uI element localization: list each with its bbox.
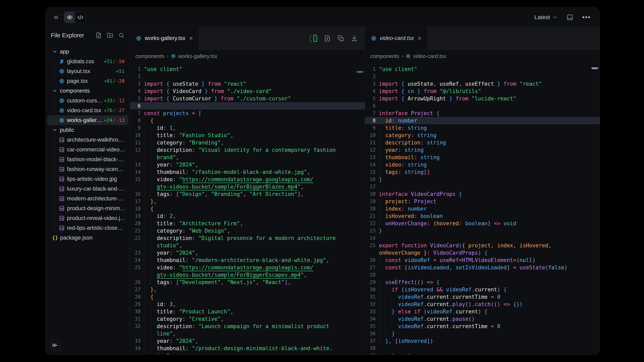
code-line[interactable]: 9 title: string xyxy=(365,124,600,132)
code-line[interactable]: 29 id: 3, xyxy=(130,301,365,308)
file-row-page.tsx[interactable]: page.tsx+81/-28 xyxy=(47,76,128,86)
code-line[interactable]: 5import { ArrowUpRight } from "lucide-re… xyxy=(365,95,600,102)
code-line[interactable]: 33 } else if (videoRef.current) { xyxy=(365,308,600,315)
code-line[interactable]: 16 tags: ["Design", "Branding", "Art Dir… xyxy=(130,190,365,198)
code-line[interactable]: line", xyxy=(130,330,365,337)
code-line[interactable]: 19 project: Project xyxy=(365,198,600,205)
code-area[interactable]: 1"use client"23import { useState } from … xyxy=(130,63,365,355)
code-line[interactable]: 27 const [isVideoLoaded, setIsVideoLoade… xyxy=(365,264,600,271)
code-line[interactable]: 39 return ( xyxy=(365,352,600,355)
download-button[interactable] xyxy=(351,35,358,42)
code-line[interactable]: 28 { xyxy=(130,293,365,301)
code-line[interactable]: 4import { VideoCard } from "./video-card… xyxy=(130,87,365,95)
code-line[interactable]: 29 useEffect(() => { xyxy=(365,279,600,286)
code-line[interactable]: 33 year: "2024", xyxy=(130,337,365,345)
scrollbar-marker[interactable] xyxy=(592,67,598,69)
code-line[interactable]: 26 const videoRef = useRef<HTMLVideoElem… xyxy=(365,257,600,264)
code-line[interactable]: 15 tags: string[] xyxy=(365,168,600,176)
code-line[interactable]: 7const projects = [ xyxy=(130,110,365,117)
code-line[interactable]: 2 xyxy=(130,73,365,80)
code-line[interactable]: 5import { CustomCursor } from "./custom-… xyxy=(130,95,365,102)
code-line[interactable]: 34 thumbnail: "/product-design-minimalis… xyxy=(130,345,365,352)
code-line[interactable]: 1"use client" xyxy=(130,65,365,73)
file-diff-button[interactable] xyxy=(324,35,330,42)
version-dropdown[interactable]: Latest xyxy=(534,14,558,20)
code-line[interactable]: 31 videoRef.current.currentTime = 0 xyxy=(365,293,600,301)
new-folder-button[interactable] xyxy=(107,32,113,38)
code-line[interactable]: 17 }, xyxy=(130,198,365,205)
folder-row-public[interactable]: public xyxy=(47,125,128,135)
file-row-custom-curs-[interactable]: custom-curs…+33/-12 xyxy=(47,96,128,105)
code-line[interactable]: 23 year: "2024", xyxy=(130,249,365,257)
code-line[interactable]: 36 } xyxy=(365,330,600,337)
code-line[interactable]: 6 xyxy=(365,102,600,110)
code-line[interactable]: 38 xyxy=(365,345,600,352)
file-row-modern-architecture-[interactable]: modern-architecture-… xyxy=(47,194,128,203)
file-row-lips-artistic-video.jpg[interactable]: lips-artistic-video.jpg xyxy=(47,174,128,184)
file-row-red-lips-artistic-close-[interactable]: red-lips-artistic-close… xyxy=(47,223,128,233)
code-line[interactable]: 22 description: "Digital presence for a … xyxy=(130,235,365,242)
code-line[interactable]: 12 description: "Visual identity for a c… xyxy=(130,146,365,154)
file-row-video-card.tsx[interactable]: video-card.tsx+76/-27 xyxy=(47,105,128,115)
code-line[interactable]: 2 xyxy=(365,73,600,80)
code-line[interactable]: 30 title: "Product Launch", xyxy=(130,308,365,315)
code-line[interactable]: 15 video: "https://commondatastorage.goo… xyxy=(130,176,365,183)
code-line[interactable]: 3import { useState } from "react" xyxy=(130,80,365,87)
code-line[interactable]: 20 index: number xyxy=(365,205,600,212)
code-toggle-button[interactable] xyxy=(75,12,86,23)
code-line[interactable]: 1"use client" xyxy=(365,65,600,73)
code-line[interactable]: 12 year: string xyxy=(365,146,600,154)
breadcrumb-file[interactable]: works-gallery.tsx xyxy=(178,53,218,59)
search-button[interactable] xyxy=(118,32,124,38)
code-line-current[interactable]: 8 id: number xyxy=(365,117,600,124)
file-row-layout.tsx[interactable]: layout.tsx+51 xyxy=(47,66,128,76)
copy-button[interactable] xyxy=(338,35,344,42)
code-line[interactable]: 24 thumbnail: "/modern-architecture-blac… xyxy=(130,257,365,264)
code-line-current[interactable]: 6 xyxy=(130,102,365,110)
code-line[interactable]: 34 videoRef.current.pause() xyxy=(365,315,600,323)
code-line[interactable]: jpg", xyxy=(130,352,365,355)
jump-to-start-button[interactable] xyxy=(50,340,61,351)
close-icon[interactable]: ✕ xyxy=(189,36,193,41)
code-line[interactable]: 24 xyxy=(365,235,600,242)
code-line[interactable]: 14 thumbnail: "/fashion-model-black-and-… xyxy=(130,168,365,176)
code-line[interactable]: 27 }, xyxy=(130,286,365,293)
code-line[interactable]: 7interface Project { xyxy=(365,110,600,117)
code-line[interactable]: gtv-videos-bucket/sample/ForBiggerEscape… xyxy=(130,271,365,279)
tab-video-card[interactable]: video-card.tsx ✕ xyxy=(365,27,428,49)
code-line[interactable]: 31 category: "Creative", xyxy=(130,315,365,323)
code-line[interactable]: 26 tags: ["Development", "Next.js", "Rea… xyxy=(130,279,365,286)
code-line[interactable]: 16} xyxy=(365,176,600,183)
code-line[interactable]: 28 xyxy=(365,271,600,279)
code-line[interactable]: 23} xyxy=(365,227,600,235)
collapse-sidebar-button[interactable] xyxy=(52,13,61,22)
breadcrumb-file[interactable]: video-card.tsx xyxy=(413,53,446,59)
code-line[interactable]: 10 title: "Fashion Studio", xyxy=(130,132,365,139)
file-row-globals.css[interactable]: #globals.css+51/-50 xyxy=(47,56,128,66)
split-diff-button[interactable] xyxy=(310,35,317,42)
breadcrumb-folder[interactable]: components xyxy=(370,53,400,59)
code-line[interactable]: 17 xyxy=(365,183,600,190)
file-row-fashion-runway-scen-[interactable]: fashion-runway-scen… xyxy=(47,164,128,174)
code-line[interactable]: gtv-videos-bucket/sample/ForBiggerBlazes… xyxy=(130,183,365,190)
file-row-product-design-minim-[interactable]: product-design-minim… xyxy=(47,203,128,213)
file-row-architecture-walkthro-[interactable]: architecture-walkthro… xyxy=(47,135,128,145)
code-line[interactable]: 11 category: "Branding", xyxy=(130,139,365,146)
code-line[interactable]: onHoverChange }: VideoCardProps) { xyxy=(365,249,600,257)
file-row-fashion-model-black-[interactable]: fashion-model-black-… xyxy=(47,154,128,164)
code-line[interactable]: 13 thumbnail: string xyxy=(365,154,600,161)
code-line[interactable]: 22 onHoverChange: (hovered: boolean) => … xyxy=(365,220,600,227)
file-row-package.json[interactable]: {}package.json xyxy=(47,233,128,243)
code-line[interactable]: 4import { cn } from "@/lib/utils" xyxy=(365,87,600,95)
tab-works-gallery[interactable]: works-gallery.tsx ✕ xyxy=(130,27,199,49)
new-file-button[interactable] xyxy=(96,32,102,38)
code-line[interactable]: 18interface VideoCardProps { xyxy=(365,190,600,198)
code-line[interactable]: 35 videoRef.current.currentTime = 0 xyxy=(365,323,600,330)
code-line[interactable]: 10 category: string xyxy=(365,132,600,139)
code-line[interactable]: 18 { xyxy=(130,205,365,212)
more-options-button[interactable]: ••• xyxy=(582,13,591,21)
file-row-works-galler-[interactable]: works-galler…+24/-13 xyxy=(47,115,128,125)
code-line[interactable]: 3import { useState, useRef, useEffect } … xyxy=(365,80,600,87)
code-line[interactable]: 25export function VideoCard({ project, i… xyxy=(365,242,600,249)
code-area[interactable]: 1"use client"23import { useState, useRef… xyxy=(365,63,600,355)
